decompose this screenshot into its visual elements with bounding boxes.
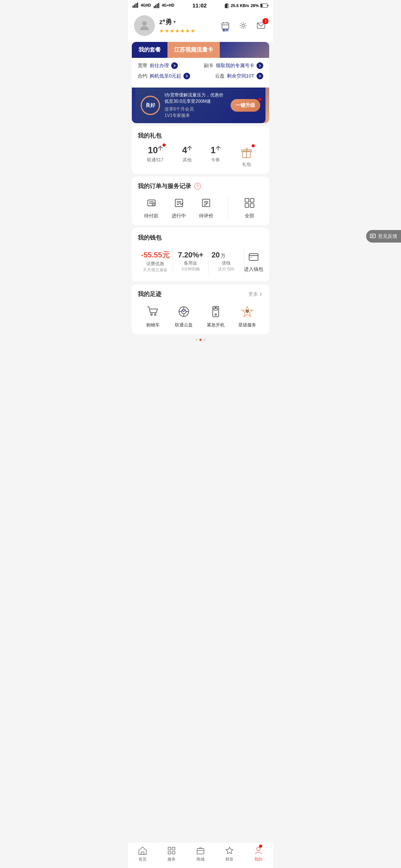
footprint-section: 我的足迹 更多 购物车 <box>132 285 269 334</box>
order-pending-pay[interactable]: 待付款 <box>144 195 159 219</box>
svg-rect-13 <box>268 5 268 6</box>
checkin-button[interactable]: 签到 <box>219 20 231 32</box>
order-pending-review[interactable]: 待评价 <box>199 195 213 219</box>
order-grid: 待付款 进行中 <box>138 195 263 219</box>
upgrade-dot <box>258 98 261 101</box>
message-badge: 3 <box>263 18 268 24</box>
svg-point-19 <box>242 24 244 27</box>
svg-rect-42 <box>250 204 254 207</box>
footprint-vip[interactable]: 星级服务 <box>238 303 256 328</box>
svg-rect-10 <box>225 4 228 8</box>
wallet-reserve[interactable]: 7.20%+ 备用金 3分钟到账 <box>173 248 208 275</box>
page-dot-2 <box>203 339 206 341</box>
avatar[interactable] <box>134 15 155 36</box>
svg-rect-5 <box>155 5 156 8</box>
user-info: z*勇 ▾ ★ ★ ★ ★ ★ ★ ★ <box>134 15 195 36</box>
upgrade-banner: 良好 I办宽带缓解流量压力，优惠价低至30.0元享受200M速 连享6个月会员 … <box>136 88 265 123</box>
page-dot-1 <box>199 339 202 341</box>
tab-my-package[interactable]: 我的套餐 <box>132 42 167 58</box>
battery-percent: 28% <box>251 3 259 8</box>
gift-grid: 10个 联通517 4个 其他 1个 卡券 <box>138 145 263 168</box>
wallet-grid: -55.55元 话费优惠 天天领立减金 7.20%+ 备用金 3分钟到账 20 … <box>138 247 263 276</box>
svg-rect-2 <box>136 3 137 8</box>
svg-point-14 <box>142 21 147 26</box>
status-right: 25.6 KB/s 28% <box>225 3 268 8</box>
page-dots <box>128 337 273 342</box>
gift-badge-0 <box>163 144 166 147</box>
svg-rect-45 <box>250 257 252 258</box>
wallet-title: 我的钱包 <box>138 234 263 242</box>
stars: ★ ★ ★ ★ ★ ★ ★ <box>159 28 195 34</box>
gift-item-2[interactable]: 1个 卡券 <box>211 145 220 168</box>
gift-pack-title: 我的礼包 <box>138 132 263 140</box>
header: z*勇 ▾ ★ ★ ★ ★ ★ ★ ★ 签到 <box>128 11 273 42</box>
package-tabs: 我的套餐 江苏视频流量卡 <box>132 42 269 58</box>
checkin-label: 签到 <box>222 28 228 32</box>
svg-rect-12 <box>261 4 263 7</box>
orders-help-icon[interactable]: ? <box>194 183 201 190</box>
order-in-progress[interactable]: 进行中 <box>172 195 186 219</box>
cloud-item[interactable]: 云盘 剩余空间10T <box>215 73 263 79</box>
package-body: 宽带 前往办理 副卡 领取我的专属号卡 合约 购机低至0元起 <box>132 58 269 88</box>
signal-icon <box>133 3 139 9</box>
gift-icon-badge <box>252 144 255 147</box>
gift-item-0[interactable]: 10个 联通517 <box>147 145 163 168</box>
gift-item-1[interactable]: 4个 其他 <box>182 145 192 168</box>
svg-point-46 <box>151 314 152 315</box>
footprint-more[interactable]: 更多 <box>248 291 263 297</box>
package-row-1: 宽带 前往办理 副卡 领取我的专属号卡 <box>138 62 263 69</box>
subcard-arrow[interactable] <box>257 62 263 69</box>
svg-rect-1 <box>134 4 135 8</box>
svg-point-47 <box>154 314 156 315</box>
svg-rect-40 <box>250 198 254 202</box>
svg-rect-3 <box>137 3 138 8</box>
footprint-cloud[interactable]: 联通云盘 <box>175 303 193 328</box>
orders-section: 我的订单与服务记录 ? 待付款 <box>132 177 269 225</box>
contract-arrow[interactable] <box>183 73 190 79</box>
settings-button[interactable] <box>237 20 249 32</box>
user-detail: z*勇 ▾ ★ ★ ★ ★ ★ ★ ★ <box>159 17 195 34</box>
gift-icon-item[interactable]: 礼包 <box>239 145 254 168</box>
status-left: 4GHD 4G+HD <box>133 3 174 9</box>
cloud-arrow[interactable] <box>257 73 263 79</box>
svg-rect-39 <box>245 198 249 202</box>
wallet-section: 我的钱包 -55.55元 话费优惠 天天领立减金 7.20%+ 备用金 3分钟到… <box>132 228 269 282</box>
dropdown-arrow: ▾ <box>173 19 176 24</box>
svg-rect-9 <box>226 3 228 4</box>
svg-point-59 <box>246 310 248 312</box>
footprint-header: 我的足迹 更多 <box>138 290 263 298</box>
upgrade-button[interactable]: 一键升级 <box>231 99 260 112</box>
order-all[interactable]: 全部 <box>242 195 257 219</box>
network-speed: 25.6 KB/s <box>231 3 249 8</box>
wallet-loan[interactable]: 20 万 借钱 沃分 500 <box>209 248 244 275</box>
wallet-enter-button[interactable]: 进入钱包 <box>244 250 263 273</box>
status-bar: 4GHD 4G+HD 11:02 25.6 KB/s 28% <box>128 0 273 11</box>
orders-title: 我的订单与服务记录 <box>138 183 191 190</box>
footprint-cart[interactable]: 购物车 <box>145 303 161 328</box>
header-icons: 签到 3 <box>219 20 267 32</box>
svg-rect-41 <box>245 204 249 207</box>
svg-point-57 <box>215 307 216 308</box>
divider <box>228 195 228 219</box>
status-time: 11:02 <box>192 2 206 9</box>
network-type: 4GHD <box>141 3 151 7</box>
package-card: 我的套餐 江苏视频流量卡 宽带 前往办理 副卡 领取我的专属号卡 合约 <box>132 42 269 123</box>
svg-point-55 <box>215 314 216 315</box>
svg-rect-4 <box>154 6 155 8</box>
footprint-emergency[interactable]: 紧急开机 <box>207 303 225 328</box>
banner-text: I办宽带缓解流量压力，优惠价低至30.0元享受200M速 连享6个月会员 1V1… <box>164 92 226 119</box>
user-name[interactable]: z*勇 ▾ <box>159 17 195 26</box>
package-row-2: 合约 购机低至0元起 云盘 剩余空间10T <box>138 73 263 79</box>
tab-jiangsu-card[interactable]: 江苏视频流量卡 <box>167 42 220 58</box>
footprint-grid: 购物车 联通云盘 <box>138 303 263 328</box>
broadband-arrow[interactable] <box>171 62 178 69</box>
wallet-discount[interactable]: -55.55元 话费优惠 天天领立减金 <box>138 247 173 276</box>
svg-rect-0 <box>133 6 134 8</box>
broadband-item[interactable]: 宽带 前往办理 <box>138 62 178 69</box>
contract-item[interactable]: 合约 购机低至0元起 <box>138 73 190 79</box>
quality-indicator: 良好 <box>141 96 160 115</box>
message-button[interactable]: 3 <box>255 20 267 32</box>
footprint-title: 我的足迹 <box>138 290 162 298</box>
subcard-item[interactable]: 副卡 领取我的专属号卡 <box>204 62 263 69</box>
page-dot-0 <box>195 339 198 341</box>
